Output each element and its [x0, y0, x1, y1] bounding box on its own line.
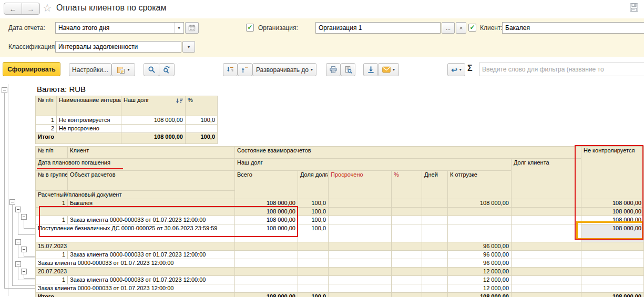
- cell[interactable]: 12 000,00: [448, 268, 512, 276]
- cell[interactable]: [329, 251, 392, 259]
- cell[interactable]: [392, 208, 422, 216]
- cell[interactable]: [36, 208, 235, 216]
- cell[interactable]: [422, 284, 448, 293]
- cell[interactable]: [329, 208, 392, 216]
- cell[interactable]: 108 000,00: [235, 216, 298, 224]
- cell[interactable]: [392, 259, 422, 268]
- cell[interactable]: 108 000,00: [235, 224, 298, 242]
- cell[interactable]: [392, 276, 422, 284]
- favorite-star-icon[interactable]: ☆: [43, 2, 52, 14]
- tree-collapse-box[interactable]: [21, 247, 27, 252]
- print-preview-button[interactable]: [341, 63, 355, 76]
- settings-button[interactable]: Настройки...: [69, 63, 111, 76]
- cell[interactable]: 2: [36, 125, 57, 133]
- cell[interactable]: [121, 125, 186, 133]
- back-button[interactable]: ←: [4, 3, 22, 14]
- cell[interactable]: [581, 259, 644, 268]
- cell[interactable]: [512, 199, 581, 208]
- cell[interactable]: 1: [36, 251, 68, 259]
- tree-collapse-box[interactable]: [9, 199, 15, 205]
- search-next-button[interactable]: [159, 63, 175, 76]
- cell[interactable]: [329, 259, 392, 268]
- organization-field[interactable]: Организация 1: [315, 22, 441, 34]
- cell[interactable]: 100,0: [298, 208, 329, 216]
- cell[interactable]: Заказ клиента 0000-000033 от 01.07.2023 …: [36, 284, 235, 293]
- cell[interactable]: [448, 208, 512, 216]
- cell[interactable]: 108 000,00: [581, 208, 644, 216]
- cell[interactable]: 108 000,00: [235, 208, 298, 216]
- cell[interactable]: [298, 251, 329, 259]
- organization-more-button[interactable]: ...: [442, 22, 455, 34]
- cell[interactable]: [581, 251, 644, 259]
- cell[interactable]: [512, 224, 581, 242]
- cell[interactable]: [581, 268, 644, 276]
- cell[interactable]: [329, 242, 392, 251]
- selected-cell[interactable]: 108 000,00: [581, 224, 644, 242]
- cell[interactable]: [512, 216, 581, 224]
- cell[interactable]: 96 000,00: [448, 251, 512, 259]
- classification-field[interactable]: Интервалы задолженности: [55, 41, 181, 53]
- organization-checkbox[interactable]: ✓: [246, 24, 254, 32]
- cell[interactable]: [512, 242, 581, 251]
- cell[interactable]: [329, 199, 392, 208]
- cell[interactable]: [329, 224, 392, 242]
- organization-clear-button[interactable]: ×: [456, 22, 466, 34]
- cell[interactable]: [392, 216, 422, 224]
- cell[interactable]: 108 000,00: [581, 216, 644, 224]
- total-cell[interactable]: 100,0: [186, 133, 218, 144]
- cell[interactable]: [422, 242, 448, 251]
- cell[interactable]: [329, 293, 392, 297]
- cell[interactable]: [298, 268, 329, 276]
- cell[interactable]: [392, 293, 422, 297]
- tree-collapse-box[interactable]: [21, 269, 27, 274]
- cell[interactable]: [422, 224, 448, 242]
- cell[interactable]: [235, 259, 298, 268]
- tree-collapse-box[interactable]: [2, 87, 7, 93]
- cell[interactable]: [392, 284, 422, 293]
- cell[interactable]: [235, 251, 298, 259]
- client-checkbox[interactable]: ✓: [468, 24, 476, 32]
- cell[interactable]: [298, 276, 329, 284]
- cell[interactable]: Заказ клиента 0000-000033 от 01.07.2023 …: [68, 216, 235, 224]
- cell[interactable]: 108 000,00: [581, 199, 644, 208]
- cell[interactable]: Заказ клиента 0000-000033 от 01.07.2023 …: [68, 276, 235, 284]
- cell[interactable]: [298, 284, 329, 293]
- collapse-all-button[interactable]: [238, 63, 252, 76]
- cell[interactable]: 15.07.2023: [36, 242, 235, 251]
- cell[interactable]: [235, 284, 298, 293]
- cell[interactable]: [186, 125, 218, 133]
- cell[interactable]: [422, 199, 448, 208]
- cell[interactable]: [512, 251, 581, 259]
- cell[interactable]: [235, 268, 298, 276]
- filter-word-input[interactable]: [479, 63, 644, 76]
- total-cell[interactable]: 108 000,00: [581, 293, 644, 297]
- cell[interactable]: 12 000,00: [448, 276, 512, 284]
- expand-all-button[interactable]: [223, 63, 238, 76]
- cell[interactable]: 1: [36, 276, 68, 284]
- cell[interactable]: [422, 268, 448, 276]
- expand-to-button[interactable]: Разворачивать до ▾: [252, 63, 316, 76]
- cell[interactable]: 20.07.2023: [36, 268, 235, 276]
- cell[interactable]: 1: [36, 199, 68, 208]
- save-icon[interactable]: [629, 3, 639, 14]
- cell[interactable]: [581, 284, 644, 293]
- forward-button[interactable]: →: [22, 3, 39, 14]
- calendar-button[interactable]: [185, 22, 199, 34]
- cell[interactable]: Не контролируется: [57, 116, 121, 125]
- cell[interactable]: 108 000,00: [121, 116, 186, 125]
- print-button[interactable]: [326, 63, 341, 76]
- cell[interactable]: [329, 284, 392, 293]
- total-cell[interactable]: 108 000,00: [235, 293, 298, 297]
- cell[interactable]: [512, 293, 581, 297]
- cell[interactable]: Заказ клиента 0000-000033 от 01.07.2023 …: [68, 251, 235, 259]
- cell[interactable]: 100,0: [298, 199, 329, 208]
- cell[interactable]: [392, 268, 422, 276]
- total-cell[interactable]: 108 000,00: [448, 293, 512, 297]
- client-field[interactable]: Бакалея: [502, 22, 644, 34]
- sum-button[interactable]: Σ: [467, 64, 473, 73]
- cell[interactable]: 12 000,00: [448, 284, 512, 293]
- send-mail-button[interactable]: ▾: [378, 63, 399, 76]
- cell[interactable]: [512, 268, 581, 276]
- cell[interactable]: [422, 259, 448, 268]
- cell[interactable]: [512, 284, 581, 293]
